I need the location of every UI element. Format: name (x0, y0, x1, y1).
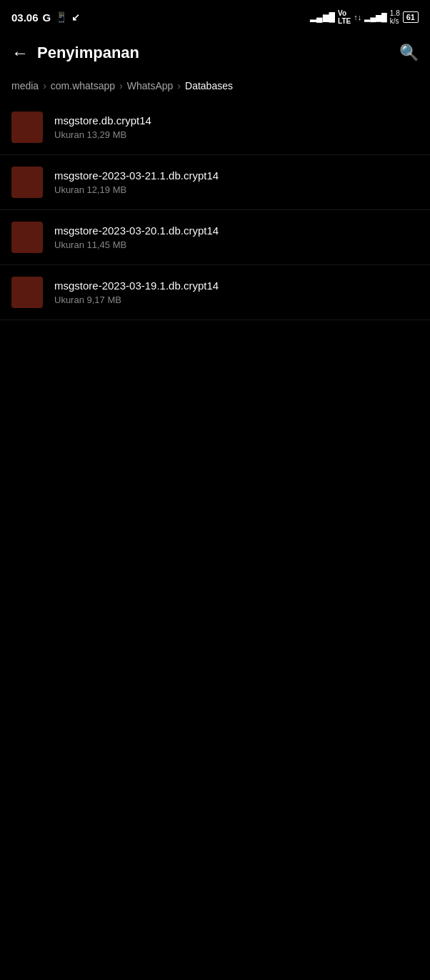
breadcrumb-sep-2: › (119, 80, 123, 91)
signal-bars: ▂▄▆█ (310, 12, 335, 22)
file-item[interactable]: msgstore-2023-03-19.1.db.crypt14 Ukuran … (0, 265, 430, 320)
search-icon[interactable]: 🔍 (399, 44, 419, 62)
file-size: Ukuran 11,45 MB (54, 239, 419, 250)
file-list: msgstore.db.crypt14 Ukuran 13,29 MB msgs… (0, 100, 430, 320)
time-display: 03.06 (11, 11, 39, 24)
breadcrumb-sep-3: › (177, 80, 181, 91)
file-name: msgstore.db.crypt14 (54, 114, 419, 127)
file-info: msgstore.db.crypt14 Ukuran 13,29 MB (54, 114, 419, 140)
breadcrumb-sep-1: › (43, 80, 46, 91)
file-info: msgstore-2023-03-20.1.db.crypt14 Ukuran … (54, 224, 419, 250)
file-icon (11, 167, 43, 198)
breadcrumb: media › com.whatsapp › WhatsApp › Databa… (0, 74, 430, 100)
vo-lte-label: VoLTE (338, 9, 351, 25)
file-name: msgstore-2023-03-19.1.db.crypt14 (54, 279, 419, 292)
signal-alt: ▂▄▆█ (364, 13, 387, 22)
file-info: msgstore-2023-03-19.1.db.crypt14 Ukuran … (54, 279, 419, 305)
file-item[interactable]: msgstore.db.crypt14 Ukuran 13,29 MB (0, 100, 430, 155)
file-icon (11, 112, 43, 143)
app-bar: ← Penyimpanan 🔍 (0, 31, 430, 74)
file-info: msgstore-2023-03-21.1.db.crypt14 Ukuran … (54, 169, 419, 195)
breadcrumb-whatsapp-pkg[interactable]: com.whatsapp (51, 80, 115, 91)
app-bar-left: ← Penyimpanan (11, 43, 139, 63)
file-icon (11, 222, 43, 253)
battery-icon: 61 (403, 11, 419, 23)
file-size: Ukuran 9,17 MB (54, 295, 419, 305)
file-name: msgstore-2023-03-20.1.db.crypt14 (54, 224, 419, 237)
phone-icon: 📱 (55, 11, 67, 23)
breadcrumb-databases: Databases (185, 80, 233, 91)
breadcrumb-whatsapp[interactable]: WhatsApp (127, 80, 174, 91)
file-name: msgstore-2023-03-21.1.db.crypt14 (54, 169, 419, 182)
signal-4g: ↑↓ (354, 13, 361, 21)
file-icon (11, 277, 43, 308)
status-bar: 03.06 G 📱 ↙ ▂▄▆█ VoLTE ↑↓ ▂▄▆█ 1.8k/s 61 (0, 0, 430, 31)
file-item[interactable]: msgstore-2023-03-20.1.db.crypt14 Ukuran … (0, 210, 430, 265)
breadcrumb-media[interactable]: media (11, 80, 39, 91)
back-button[interactable]: ← (11, 43, 29, 63)
status-left: 03.06 G 📱 ↙ (11, 11, 80, 24)
file-item[interactable]: msgstore-2023-03-21.1.db.crypt14 Ukuran … (0, 155, 430, 210)
google-icon: G (43, 11, 51, 24)
page-title: Penyimpanan (37, 44, 139, 62)
status-right: ▂▄▆█ VoLTE ↑↓ ▂▄▆█ 1.8k/s 61 (310, 9, 419, 25)
download-icon: ↙ (71, 11, 80, 23)
speed-label: 1.8k/s (390, 9, 400, 25)
file-size: Ukuran 12,19 MB (54, 184, 419, 195)
file-size: Ukuran 13,29 MB (54, 129, 419, 140)
